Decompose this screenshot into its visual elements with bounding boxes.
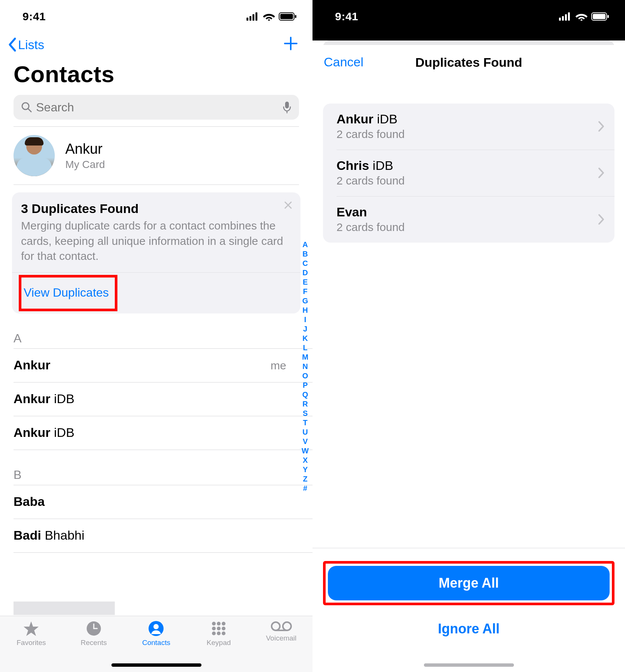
- close-icon: [284, 201, 292, 209]
- svg-point-28: [217, 632, 221, 635]
- ignore-all-button[interactable]: Ignore All: [323, 616, 614, 642]
- wifi-icon: [575, 12, 587, 21]
- chevron-right-icon: [598, 121, 605, 132]
- tab-keypad[interactable]: Keypad: [196, 621, 241, 647]
- home-indicator[interactable]: [111, 663, 201, 667]
- svg-point-21: [212, 622, 216, 626]
- chevron-right-icon: [598, 214, 605, 225]
- svg-point-37: [581, 20, 583, 21]
- cellular-icon: [559, 12, 572, 21]
- section-header-b: B: [0, 450, 312, 485]
- duplicate-sub: 2 cards found: [337, 174, 405, 187]
- modal-bottom-actions: Merge All Ignore All: [312, 548, 625, 672]
- home-indicator[interactable]: [424, 663, 514, 667]
- tab-favorites[interactable]: Favorites: [9, 621, 54, 647]
- tab-contacts[interactable]: Contacts: [134, 621, 179, 647]
- svg-point-29: [222, 632, 225, 635]
- duplicates-title: 3 Duplicates Found: [21, 201, 291, 216]
- svg-point-31: [283, 622, 291, 630]
- divider: [14, 184, 299, 185]
- person-circle-icon: [148, 621, 164, 636]
- duplicates-list: Ankur iDB 2 cards found Chris iDB 2 card…: [323, 104, 614, 243]
- svg-rect-0: [246, 18, 248, 21]
- highlight-box: View Duplicates: [19, 275, 117, 311]
- nav-bar: Lists: [0, 33, 312, 58]
- section-header-a: A: [0, 314, 312, 348]
- contact-row[interactable]: Ankur me: [0, 349, 312, 382]
- clock-icon: [86, 621, 102, 636]
- contact-row[interactable]: Ankur iDB: [0, 382, 312, 416]
- my-card-sub: My Card: [65, 159, 105, 171]
- wifi-icon: [263, 12, 275, 21]
- duplicates-modal: Cancel Duplicates Found Ankur iDB 2 card…: [312, 45, 625, 672]
- back-button[interactable]: Lists: [8, 37, 44, 52]
- svg-rect-3: [255, 12, 257, 21]
- duplicate-row[interactable]: Chris iDB 2 cards found: [323, 150, 614, 196]
- svg-point-26: [222, 627, 225, 630]
- svg-rect-34: [562, 16, 564, 21]
- status-time: 9:41: [335, 10, 358, 23]
- merge-all-button[interactable]: Merge All: [328, 566, 610, 600]
- highlight-box: Merge All: [323, 561, 614, 605]
- back-label: Lists: [18, 38, 44, 52]
- svg-point-20: [153, 624, 159, 629]
- svg-rect-39: [593, 14, 605, 19]
- svg-line-11: [28, 109, 31, 112]
- chevron-left-icon: [8, 37, 17, 52]
- svg-point-24: [212, 627, 216, 630]
- search-icon: [21, 102, 32, 113]
- tab-voicemail[interactable]: Voicemail: [259, 621, 304, 642]
- duplicate-sub: 2 cards found: [337, 221, 405, 234]
- contact-row[interactable]: Ankur iDB: [0, 416, 312, 450]
- mic-icon[interactable]: [282, 101, 291, 114]
- svg-point-25: [217, 627, 221, 630]
- svg-rect-40: [607, 15, 609, 18]
- svg-point-4: [268, 20, 270, 21]
- svg-rect-2: [252, 14, 254, 21]
- battery-icon: [279, 12, 297, 21]
- svg-point-27: [212, 632, 216, 635]
- svg-point-23: [222, 622, 225, 626]
- status-icons: [559, 12, 609, 21]
- battery-icon: [591, 12, 609, 21]
- my-card-row[interactable]: Ankur My Card: [0, 127, 312, 184]
- me-badge: me: [270, 359, 286, 372]
- contact-row[interactable]: Baba: [0, 485, 312, 519]
- star-icon: [23, 621, 39, 636]
- plus-icon: [283, 36, 298, 51]
- tab-recents[interactable]: Recents: [71, 621, 116, 647]
- search-input[interactable]: [36, 100, 282, 114]
- duplicate-sub: 2 cards found: [337, 128, 405, 141]
- duplicate-row[interactable]: Evan 2 cards found: [323, 196, 614, 243]
- modal-header: Cancel Duplicates Found: [312, 45, 625, 80]
- avatar: [14, 135, 55, 176]
- duplicates-banner: 3 Duplicates Found Merging duplicate car…: [12, 192, 300, 314]
- cancel-button[interactable]: Cancel: [324, 55, 364, 69]
- duplicate-row[interactable]: Ankur iDB 2 cards found: [323, 104, 614, 150]
- page-title: Contacts: [0, 58, 312, 95]
- contact-row[interactable]: Badi Bhabhi: [0, 519, 312, 552]
- svg-rect-33: [559, 18, 561, 21]
- svg-rect-7: [295, 15, 296, 18]
- svg-rect-12: [285, 102, 289, 108]
- keypad-icon: [211, 621, 227, 636]
- contacts-screen: 9:41 Lists Contacts Ankur My Card: [0, 0, 312, 672]
- cellular-icon: [246, 12, 259, 21]
- tab-bar: Favorites Recents Contacts Keypad Voicem…: [0, 616, 312, 672]
- status-bar: 9:41: [312, 0, 625, 33]
- svg-rect-36: [568, 12, 570, 21]
- svg-rect-6: [280, 14, 293, 19]
- status-bar: 9:41: [0, 0, 312, 33]
- voicemail-icon: [271, 621, 292, 632]
- close-banner-button[interactable]: [284, 200, 292, 212]
- modal-title: Duplicates Found: [415, 55, 522, 70]
- alphabet-index[interactable]: ABCDEFGHIJKLMNOPQRSTUVWXYZ#: [302, 240, 309, 493]
- svg-point-22: [217, 622, 221, 626]
- svg-rect-1: [249, 16, 251, 21]
- add-contact-button[interactable]: [283, 35, 301, 54]
- view-duplicates-link[interactable]: View Duplicates: [24, 278, 111, 309]
- duplicates-modal-screen: 9:41 Cancel Duplicates Found Ankur iDB 2…: [312, 0, 625, 672]
- status-time: 9:41: [23, 10, 46, 23]
- search-field[interactable]: [14, 95, 299, 120]
- svg-rect-35: [565, 14, 567, 21]
